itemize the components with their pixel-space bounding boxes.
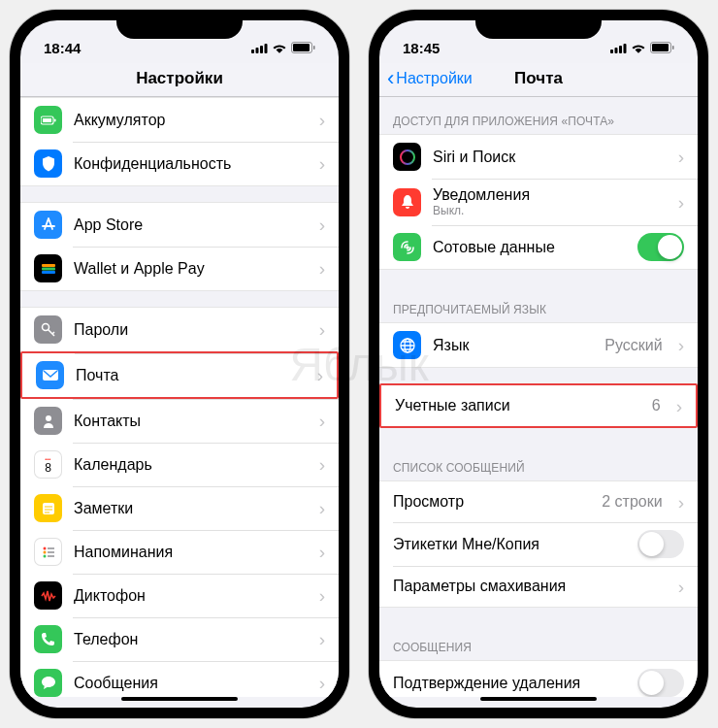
svg-rect-31 <box>672 46 674 50</box>
row-language[interactable]: Язык Русский › <box>379 323 698 367</box>
row-reminders[interactable]: Напоминания › <box>20 530 339 574</box>
back-button[interactable]: ‹ Настройки <box>387 70 473 87</box>
svg-point-19 <box>43 554 46 557</box>
phone-icon <box>34 625 62 653</box>
appstore-icon <box>34 211 62 239</box>
messages-icon <box>34 669 62 697</box>
svg-rect-9 <box>54 118 56 121</box>
row-accounts[interactable]: Учетные записи 6 › <box>381 385 696 426</box>
chevron-icon: › <box>319 674 325 692</box>
svg-rect-6 <box>313 46 315 50</box>
contacts-icon <box>34 407 62 435</box>
chevron-icon: › <box>319 320 325 339</box>
calendar-icon: •••8 <box>34 450 62 479</box>
svg-point-18 <box>43 550 46 553</box>
chevron-icon: › <box>319 111 325 129</box>
chevron-icon: › <box>676 397 682 415</box>
section-header: СПИСОК СООБЩЕНИЙ <box>379 444 698 480</box>
confirm-delete-toggle[interactable] <box>637 669 684 697</box>
chevron-icon: › <box>319 215 325 234</box>
svg-rect-11 <box>42 267 55 270</box>
settings-list[interactable]: Аккумулятор › Конфиденциальность › App S… <box>20 97 339 697</box>
row-contacts[interactable]: Контакты › <box>20 399 339 443</box>
svg-rect-1 <box>256 48 259 53</box>
svg-point-33 <box>406 246 409 249</box>
svg-rect-8 <box>43 118 51 122</box>
svg-rect-30 <box>652 44 669 51</box>
section-header: ДОСТУП ДЛЯ ПРИЛОЖЕНИЯ «ПОЧТА» <box>379 97 698 134</box>
svg-rect-3 <box>265 44 268 53</box>
chevron-icon: › <box>319 154 325 173</box>
svg-rect-26 <box>615 48 618 53</box>
key-icon <box>34 315 62 344</box>
chevron-icon: › <box>678 193 684 212</box>
svg-rect-28 <box>624 44 627 53</box>
row-passwords[interactable]: Пароли › <box>20 308 339 351</box>
page-title: Почта <box>514 69 563 88</box>
chevron-icon: › <box>319 586 325 605</box>
svg-point-17 <box>43 546 46 549</box>
chevron-left-icon: ‹ <box>387 70 394 87</box>
row-voice-memos[interactable]: Диктофон › <box>20 574 339 617</box>
chevron-icon: › <box>319 543 325 561</box>
signal-icon <box>610 43 627 53</box>
svg-point-32 <box>401 150 414 164</box>
svg-rect-0 <box>251 50 254 53</box>
row-mail[interactable]: Почта › <box>20 351 339 399</box>
language-icon <box>393 331 421 359</box>
notch <box>475 10 602 39</box>
chevron-icon: › <box>319 259 325 278</box>
wifi-icon <box>272 43 287 53</box>
status-time: 18:45 <box>403 40 440 56</box>
row-privacy[interactable]: Конфиденциальность › <box>20 142 339 185</box>
chevron-icon: › <box>678 336 684 354</box>
voice-memos-icon <box>34 581 62 610</box>
row-cellular[interactable]: Сотовые данные <box>379 225 698 269</box>
row-swipe-options[interactable]: Параметры смахивания › <box>379 566 698 607</box>
tocc-toggle[interactable] <box>637 530 684 558</box>
nav-header: Настройки <box>20 63 339 97</box>
notes-icon <box>34 494 62 522</box>
mail-icon <box>36 361 64 389</box>
home-indicator[interactable] <box>480 697 597 701</box>
chevron-icon: › <box>319 630 325 648</box>
row-notifications[interactable]: Уведомления Выкл. › <box>379 179 698 225</box>
signal-icon <box>251 43 268 53</box>
nav-header: ‹ Настройки Почта <box>379 63 698 97</box>
reminders-icon <box>34 538 62 566</box>
chevron-icon: › <box>678 493 684 512</box>
status-time: 18:44 <box>44 40 81 56</box>
section-header: ПРЕДПОЧИТАЕМЫЙ ЯЗЫК <box>379 285 698 322</box>
row-notes[interactable]: Заметки › <box>20 486 339 530</box>
row-battery[interactable]: Аккумулятор › <box>20 98 339 142</box>
chevron-icon: › <box>317 366 323 384</box>
cellular-toggle[interactable] <box>637 233 684 261</box>
notifications-icon <box>393 188 421 216</box>
battery-icon <box>34 106 62 134</box>
phone-right: 18:45 ‹ Настройки Почта ДОСТУП ДЛЯ ПРИЛО… <box>369 10 708 718</box>
row-calendar[interactable]: •••8 Календарь › <box>20 443 339 486</box>
row-confirm-delete[interactable]: Подтверждение удаления <box>379 661 698 697</box>
chevron-icon: › <box>319 455 325 474</box>
notch <box>116 10 243 39</box>
row-tocc-labels[interactable]: Этикетки Мне/Копия <box>379 522 698 566</box>
row-siri[interactable]: Siri и Поиск › <box>379 135 698 179</box>
row-wallet[interactable]: Wallet и Apple Pay › <box>20 247 339 290</box>
svg-rect-27 <box>619 46 622 53</box>
mail-settings[interactable]: ДОСТУП ДЛЯ ПРИЛОЖЕНИЯ «ПОЧТА» Siri и Пои… <box>379 97 698 697</box>
chevron-icon: › <box>678 148 684 166</box>
row-messages[interactable]: Сообщения › <box>20 661 339 697</box>
home-indicator[interactable] <box>121 697 238 701</box>
chevron-icon: › <box>678 578 684 596</box>
phone-left: 18:44 Настройки Аккумулятор › Конфиденци <box>10 10 349 718</box>
svg-point-13 <box>42 323 49 330</box>
section-header: СООБЩЕНИЯ <box>379 623 698 660</box>
siri-icon <box>393 143 421 171</box>
row-phone[interactable]: Телефон › <box>20 617 339 661</box>
row-appstore[interactable]: App Store › <box>20 203 339 247</box>
row-preview[interactable]: Просмотр 2 строки › <box>379 481 698 522</box>
battery-icon <box>291 42 315 53</box>
svg-rect-12 <box>42 271 55 274</box>
chevron-icon: › <box>319 499 325 517</box>
page-title: Настройки <box>136 69 223 88</box>
